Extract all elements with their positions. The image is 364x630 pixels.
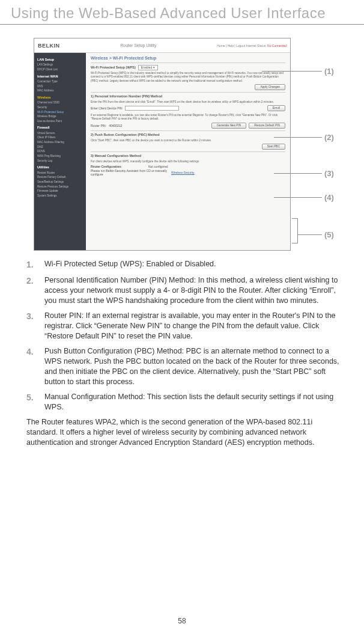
list-item: 1. Wi-Fi Protected Setup (WPS): Enabled … bbox=[26, 259, 344, 271]
list-number: 2. bbox=[26, 275, 44, 306]
section1-heading: 1) Personal Information Number (PIN) Met… bbox=[91, 94, 285, 99]
generate-pin-button[interactable]: Generate New PIN bbox=[211, 123, 246, 129]
closing-paragraph: The Router features WPA2, which is the s… bbox=[26, 417, 344, 448]
sidebar-item[interactable]: Client IP Filters bbox=[37, 135, 83, 140]
sidebar-item[interactable]: Virtual Servers bbox=[37, 131, 83, 136]
callout-5: (5) bbox=[298, 230, 334, 239]
router-config-hint-row: Please run Belkin Security Assistant fro… bbox=[91, 169, 285, 177]
start-pbc-row: Start PBC bbox=[91, 144, 285, 150]
wps-select-value: Enabled bbox=[141, 66, 152, 69]
restore-pin-button[interactable]: Restore Default PIN bbox=[249, 123, 285, 129]
brand-logo: BELKIN bbox=[38, 43, 60, 49]
callout-4: (4) bbox=[274, 193, 334, 202]
sidebar-item[interactable]: Security bbox=[37, 105, 83, 110]
sidebar-item[interactable]: DMZ bbox=[37, 145, 83, 150]
sidebar-item[interactable]: MAC Address Filtering bbox=[37, 140, 83, 145]
callout-line bbox=[274, 197, 322, 198]
divider bbox=[91, 63, 285, 63]
sidebar-item[interactable]: Use as Access Point bbox=[37, 119, 83, 124]
list-item: 2. Personal Identification Number (PIN) … bbox=[26, 275, 344, 306]
body-content: 1. Wi-Fi Protected Setup (WPS): Enabled … bbox=[0, 259, 364, 448]
intro-text: Wi-Fi Protected Setup (WPS) is the indus… bbox=[91, 72, 285, 83]
apply-changes-button[interactable]: Apply Changes bbox=[255, 84, 285, 90]
section3-heading: 3) Manual Configuration Method bbox=[91, 154, 285, 158]
breadcrumb: Wireless > Wi-Fi Protected Setup bbox=[91, 55, 285, 61]
list-text: Manual Configuration Method: This sectio… bbox=[44, 392, 344, 412]
shot-body: LAN Setup LAN Settings DHCP Client List … bbox=[34, 53, 290, 250]
list-item: 4. Push Button Configuration (PBC) Metho… bbox=[26, 346, 344, 387]
list-number: 5. bbox=[26, 392, 44, 412]
status-value: No Connected bbox=[267, 44, 287, 47]
sidebar-section-lan: LAN Setup bbox=[37, 57, 83, 63]
sidebar-section-firewall: Firewall bbox=[37, 125, 83, 130]
sidebar-item[interactable]: Restart Router bbox=[37, 171, 83, 176]
list-number: 3. bbox=[26, 311, 44, 341]
router-pin-row: Router PIN: 40400212 Generate New PIN Re… bbox=[91, 123, 285, 129]
router-pin-value: 40400212 bbox=[109, 124, 122, 128]
enroll-button[interactable]: Enroll bbox=[267, 105, 285, 111]
page-title: Using the Web-Based Advanced User Interf… bbox=[0, 0, 364, 24]
router-config-label: Router Configuration: bbox=[91, 165, 122, 169]
wps-label: Wi-Fi Protected Setup (WPS) bbox=[91, 66, 136, 70]
sidebar-item[interactable]: Save/Backup Settings bbox=[37, 180, 83, 185]
wps-row: Wi-Fi Protected Setup (WPS) Enabled ▾ bbox=[91, 65, 285, 70]
list-text: Push Button Configuration (PBC) Method: … bbox=[44, 346, 344, 387]
router-ui-screenshot: BELKIN Router Setup Utility Home | Help … bbox=[34, 38, 291, 251]
main-panel: Wireless > Wi-Fi Protected Setup Wi-Fi P… bbox=[86, 53, 290, 250]
pin-row: Enter Client Device PIN Enroll bbox=[91, 105, 285, 111]
section2-text: Click "Start PBC", then start PBC on the… bbox=[91, 139, 285, 142]
sidebar-item[interactable]: Firmware Update bbox=[37, 189, 83, 194]
sidebar-item[interactable]: MAC Address bbox=[37, 88, 83, 93]
apply-row: Apply Changes bbox=[91, 84, 285, 90]
sidebar-item[interactable]: DDNS bbox=[37, 149, 83, 154]
router-config-row: Router Configuration: Not configured bbox=[91, 165, 285, 169]
list-text: Personal Identification Number (PIN) Met… bbox=[44, 275, 344, 306]
callout-label: (1) bbox=[324, 67, 334, 76]
list-item: 5. Manual Configuration Method: This sec… bbox=[26, 392, 344, 412]
utility-title: Router Setup Utility bbox=[120, 43, 156, 47]
numbered-list: 1. Wi-Fi Protected Setup (WPS): Enabled … bbox=[26, 259, 344, 412]
sidebar-item[interactable]: DNS bbox=[37, 84, 83, 89]
sidebar-item[interactable]: LAN Settings bbox=[37, 63, 83, 67]
sidebar-item[interactable]: Restore Factory Default bbox=[37, 175, 83, 180]
screenshot-figure: BELKIN Router Setup Utility Home | Help … bbox=[34, 38, 346, 251]
section3-text: For client devices without WPS, manually… bbox=[91, 160, 285, 164]
sidebar-item[interactable]: Wireless Bridge bbox=[37, 114, 83, 119]
sidebar-item-active[interactable]: Wi-Fi Protected Setup bbox=[37, 110, 83, 115]
callout-line bbox=[274, 173, 322, 174]
divider bbox=[91, 151, 285, 152]
callout-label: (2) bbox=[324, 133, 334, 142]
router-pin-label: Router PIN: bbox=[91, 124, 106, 128]
list-text: Router PIN: If an external registrar is … bbox=[44, 311, 344, 341]
page-number: 58 bbox=[0, 617, 364, 625]
sidebar-item[interactable]: Restore Previous Settings bbox=[37, 185, 83, 189]
client-pin-input[interactable] bbox=[125, 106, 179, 111]
list-number: 4. bbox=[26, 346, 44, 387]
list-item: 3. Router PIN: If an external registrar … bbox=[26, 311, 344, 341]
sidebar-section-utilities: Utilities bbox=[37, 165, 83, 170]
top-nav-links[interactable]: Home | Help | Logout Internet Status: bbox=[217, 44, 266, 47]
start-pbc-button[interactable]: Start PBC bbox=[262, 144, 285, 150]
sidebar-section-wan: Internet WAN bbox=[37, 74, 83, 79]
list-number: 1. bbox=[26, 259, 44, 271]
router-config-value: Not configured bbox=[148, 165, 168, 169]
sidebar-item[interactable]: DHCP Client List bbox=[37, 67, 83, 72]
sidebar: LAN Setup LAN Settings DHCP Client List … bbox=[34, 53, 86, 250]
wireless-security-link[interactable]: Wireless Security bbox=[171, 171, 195, 175]
section1-text: Enter the PIN from the client device and… bbox=[91, 100, 285, 104]
sidebar-item[interactable]: System Settings bbox=[37, 194, 83, 198]
sidebar-item[interactable]: WAN Ping Blocking bbox=[37, 154, 83, 159]
title-rule bbox=[0, 24, 364, 25]
ext-registrar-text: If an external Registrar is available, y… bbox=[91, 114, 285, 121]
callout-3: (3) bbox=[274, 169, 334, 178]
callout-line bbox=[298, 234, 322, 235]
sidebar-item[interactable]: Channel and SSID bbox=[37, 100, 83, 105]
callout-2: (2) bbox=[274, 133, 334, 142]
router-config-hint: Please run Belkin Security Assistant fro… bbox=[91, 169, 169, 177]
callout-label: (5) bbox=[324, 230, 334, 239]
callout-5-bracket bbox=[292, 218, 298, 243]
callout-line bbox=[274, 137, 322, 138]
sidebar-item[interactable]: Connection Type bbox=[37, 79, 83, 84]
wps-select[interactable]: Enabled ▾ bbox=[138, 65, 158, 70]
sidebar-item[interactable]: Security Log bbox=[37, 159, 83, 164]
